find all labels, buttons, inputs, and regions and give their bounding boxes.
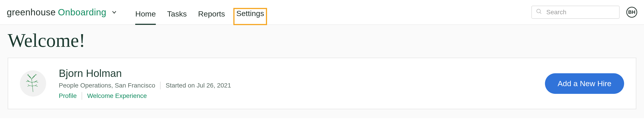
nav-label: Settings bbox=[236, 9, 264, 18]
search-box[interactable] bbox=[532, 6, 620, 19]
search-input[interactable] bbox=[546, 8, 627, 16]
chevron-down-icon[interactable] bbox=[111, 9, 117, 15]
nav-label: Tasks bbox=[167, 10, 187, 18]
primary-nav: Home Tasks Reports Settings bbox=[135, 0, 264, 24]
plant-icon bbox=[22, 72, 44, 96]
add-new-hire-button[interactable]: Add a New Hire bbox=[545, 73, 624, 94]
nav-tasks[interactable]: Tasks bbox=[167, 10, 187, 25]
hire-dept-loc: People Operations, San Francisco bbox=[59, 82, 155, 89]
hire-meta: People Operations, San Francisco Started… bbox=[59, 82, 545, 89]
nav-reports[interactable]: Reports bbox=[198, 10, 225, 25]
hire-info: Bjorn Holman People Operations, San Fran… bbox=[59, 67, 545, 100]
brand-name: greenhouse bbox=[7, 7, 56, 18]
brand[interactable]: greenhouse Onboarding bbox=[7, 7, 117, 18]
divider bbox=[160, 82, 160, 89]
user-initials: BH bbox=[628, 9, 636, 15]
nav-label: Reports bbox=[198, 10, 225, 18]
top-nav: greenhouse Onboarding Home Tasks Reports… bbox=[0, 0, 644, 25]
brand-product: Onboarding bbox=[58, 7, 106, 18]
page-body: Welcome! Bjorn Holman bbox=[0, 25, 644, 118]
page-title: Welcome! bbox=[8, 30, 636, 51]
hire-avatar bbox=[20, 70, 46, 96]
hire-name: Bjorn Holman bbox=[59, 67, 545, 80]
user-menu-avatar[interactable]: BH bbox=[626, 7, 637, 18]
hire-profile-link[interactable]: Profile bbox=[59, 92, 77, 100]
hire-links: Profile Welcome Experience bbox=[59, 92, 545, 100]
hire-start-date: Started on Jul 26, 2021 bbox=[166, 82, 231, 89]
svg-line-1 bbox=[540, 12, 541, 14]
nav-label: Home bbox=[135, 10, 156, 18]
hire-card: Bjorn Holman People Operations, San Fran… bbox=[8, 58, 636, 109]
nav-settings[interactable]: Settings bbox=[234, 8, 266, 24]
hire-welcome-link[interactable]: Welcome Experience bbox=[87, 92, 147, 100]
divider bbox=[82, 92, 82, 100]
nav-home[interactable]: Home bbox=[135, 10, 156, 25]
search-icon bbox=[536, 8, 546, 16]
svg-point-0 bbox=[537, 9, 540, 13]
